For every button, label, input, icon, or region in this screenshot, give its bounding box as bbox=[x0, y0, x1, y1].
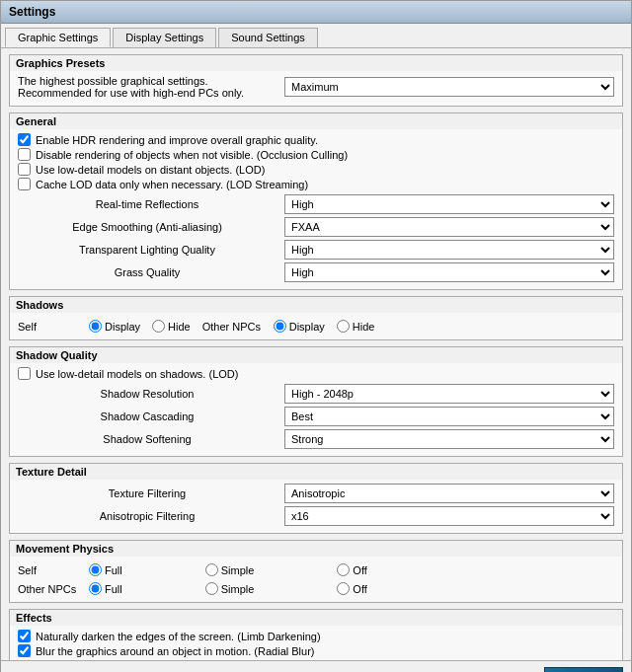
shadow-resolution-row: Shadow Resolution High - 2048pMedium - 1… bbox=[18, 384, 614, 404]
checkbox-occlusion-input[interactable] bbox=[18, 148, 31, 161]
shadows-self-hide-radio[interactable] bbox=[152, 320, 165, 333]
realtime-reflections-select[interactable]: HighMediumLowOff bbox=[284, 194, 614, 214]
texture-detail-section: Texture Detail Texture Filtering Anisotr… bbox=[9, 463, 623, 534]
movement-physics-title: Movement Physics bbox=[10, 541, 622, 557]
radial-blur-checkbox: Blur the graphics around an object in mo… bbox=[18, 644, 614, 657]
shadow-quality-section: Shadow Quality Use low-detail models on … bbox=[9, 346, 623, 457]
radial-blur-input[interactable] bbox=[18, 644, 31, 657]
shadows-title: Shadows bbox=[10, 297, 622, 313]
transparent-lighting-label: Transparent Lighting Quality bbox=[18, 244, 284, 256]
movement-self-row: Self Full Simple Off bbox=[18, 560, 614, 579]
graphics-presets-description: The highest possible graphical settings.… bbox=[18, 75, 284, 99]
movement-self-full: Full bbox=[89, 563, 122, 576]
title-bar: Settings bbox=[1, 1, 631, 24]
edge-smoothing-row: Edge Smoothing (Anti-aliasing) FXAAOffMS… bbox=[18, 217, 614, 237]
movement-npcs-full-radio[interactable] bbox=[89, 582, 102, 595]
movement-npcs-off-text: Off bbox=[353, 583, 366, 595]
effects-title: Effects bbox=[10, 610, 622, 626]
graphics-presets-title: Graphics Presets bbox=[10, 55, 622, 71]
shadow-cascading-label: Shadow Cascading bbox=[18, 411, 284, 422]
movement-npcs-row: Other NPCs Full Simple Off bbox=[18, 579, 614, 598]
shadows-self-label: Self bbox=[18, 321, 77, 333]
graphics-presets-select-col: Maximum High Medium Low bbox=[284, 77, 614, 97]
movement-self-off: Off bbox=[337, 563, 366, 576]
movement-self-simple-radio[interactable] bbox=[205, 563, 218, 576]
movement-npcs-simple-text: Simple bbox=[221, 583, 255, 595]
checkbox-lod-label: Use low-detail models on distant objects… bbox=[36, 164, 265, 176]
bottom-bar: Default OK 中关村在线ZOL.COM.CN bbox=[1, 660, 631, 672]
tab-bar: Graphic Settings Display Settings Sound … bbox=[1, 24, 631, 48]
movement-self-off-radio[interactable] bbox=[337, 563, 350, 576]
movement-npcs-simple-radio[interactable] bbox=[205, 582, 218, 595]
limb-darkening-input[interactable] bbox=[18, 630, 31, 642]
movement-npcs-off: Off bbox=[337, 582, 366, 595]
shadow-lod-checkbox: Use low-detail models on shadows. (LOD) bbox=[18, 367, 614, 380]
movement-npcs-label: Other NPCs bbox=[18, 583, 77, 595]
checkbox-lod: Use low-detail models on distant objects… bbox=[18, 163, 614, 176]
shadow-softening-row: Shadow Softening StrongSoftOff bbox=[18, 429, 614, 449]
main-content: Graphics Presets The highest possible gr… bbox=[1, 48, 631, 660]
shadows-npcs-hide-text: Hide bbox=[353, 321, 375, 333]
texture-filtering-label: Texture Filtering bbox=[18, 487, 284, 499]
checkbox-occlusion-label: Disable rendering of objects when not vi… bbox=[36, 149, 348, 161]
checkbox-lod-input[interactable] bbox=[18, 163, 31, 176]
shadows-othernpcs-label: Other NPCs bbox=[202, 321, 262, 333]
shadows-npcs-display-text: Display bbox=[289, 321, 325, 333]
anisotropic-filtering-label: Anisotropic Filtering bbox=[18, 510, 284, 522]
shadow-resolution-label: Shadow Resolution bbox=[18, 388, 284, 400]
checkbox-hdr: Enable HDR rendering and improve overall… bbox=[18, 133, 614, 146]
grass-quality-row: Grass Quality HighMediumLow bbox=[18, 262, 614, 282]
grass-quality-label: Grass Quality bbox=[18, 266, 284, 278]
general-section: General Enable HDR rendering and improve… bbox=[9, 112, 623, 290]
effects-section: Effects Naturally darken the edges of th… bbox=[9, 609, 623, 660]
movement-npcs-full: Full bbox=[89, 582, 122, 595]
shadows-section: Shadows Self Display Hide Other NPCs bbox=[9, 296, 623, 340]
shadow-cascading-select[interactable]: BestMediumLow bbox=[284, 407, 614, 426]
shadows-npcs-hide-radio[interactable] bbox=[337, 320, 350, 333]
tab-display-settings[interactable]: Display Settings bbox=[113, 28, 216, 47]
movement-self-full-radio[interactable] bbox=[89, 563, 102, 576]
realtime-reflections-label: Real-time Reflections bbox=[18, 198, 284, 210]
limb-darkening-checkbox: Naturally darken the edges of the screen… bbox=[18, 630, 614, 642]
graphics-presets-row: The highest possible graphical settings.… bbox=[18, 75, 614, 99]
movement-self-off-text: Off bbox=[353, 564, 366, 576]
grass-quality-select[interactable]: HighMediumLow bbox=[284, 262, 614, 282]
shadows-npcs-display-radio[interactable] bbox=[274, 320, 286, 333]
checkbox-lod-streaming-label: Cache LOD data only when necessary. (LOD… bbox=[36, 179, 308, 190]
shadow-softening-select[interactable]: StrongSoftOff bbox=[284, 429, 614, 449]
shadow-lod-label: Use low-detail models on shadows. (LOD) bbox=[36, 368, 238, 380]
movement-npcs-off-radio[interactable] bbox=[337, 582, 350, 595]
watermark: 中关村在线ZOL.COM.CN bbox=[544, 667, 623, 672]
shadows-self-hide-text: Hide bbox=[168, 321, 191, 333]
shadows-self-display-radio[interactable] bbox=[89, 320, 102, 333]
movement-physics-section: Movement Physics Self Full Simple bbox=[9, 540, 623, 603]
tab-sound-settings[interactable]: Sound Settings bbox=[218, 28, 318, 47]
graphics-presets-select[interactable]: Maximum High Medium Low bbox=[284, 77, 614, 97]
texture-filtering-row: Texture Filtering AnisotropicTrilinearBi… bbox=[18, 484, 614, 503]
texture-detail-title: Texture Detail bbox=[10, 464, 622, 480]
checkbox-occlusion: Disable rendering of objects when not vi… bbox=[18, 148, 614, 161]
radial-blur-label: Blur the graphics around an object in mo… bbox=[36, 645, 314, 657]
window-title: Settings bbox=[9, 5, 55, 19]
graphics-presets-section: Graphics Presets The highest possible gr… bbox=[9, 54, 623, 107]
shadow-resolution-select[interactable]: High - 2048pMedium - 1024pLow - 512p bbox=[284, 384, 614, 404]
shadow-softening-label: Shadow Softening bbox=[18, 433, 284, 445]
anisotropic-filtering-select[interactable]: x16x8x4x2 bbox=[284, 506, 614, 526]
limb-darkening-label: Naturally darken the edges of the screen… bbox=[36, 631, 321, 642]
edge-smoothing-label: Edge Smoothing (Anti-aliasing) bbox=[18, 221, 284, 233]
movement-self-full-text: Full bbox=[105, 564, 122, 576]
shadows-self-display-text: Display bbox=[105, 321, 140, 333]
tab-graphic-settings[interactable]: Graphic Settings bbox=[5, 28, 111, 47]
shadows-self-display: Display bbox=[89, 320, 140, 333]
shadow-lod-input[interactable] bbox=[18, 367, 31, 380]
realtime-reflections-row: Real-time Reflections HighMediumLowOff bbox=[18, 194, 614, 214]
transparent-lighting-row: Transparent Lighting Quality HighMediumL… bbox=[18, 240, 614, 260]
checkbox-hdr-input[interactable] bbox=[18, 133, 31, 146]
checkbox-lod-streaming-input[interactable] bbox=[18, 178, 31, 190]
texture-filtering-select[interactable]: AnisotropicTrilinearBilinear bbox=[284, 484, 614, 503]
shadow-cascading-row: Shadow Cascading BestMediumLow bbox=[18, 407, 614, 426]
shadows-self-hide: Hide bbox=[152, 320, 191, 333]
shadows-npcs-display: Display bbox=[274, 320, 325, 333]
transparent-lighting-select[interactable]: HighMediumLow bbox=[284, 240, 614, 260]
edge-smoothing-select[interactable]: FXAAOffMSAA x2MSAA x4 bbox=[284, 217, 614, 237]
